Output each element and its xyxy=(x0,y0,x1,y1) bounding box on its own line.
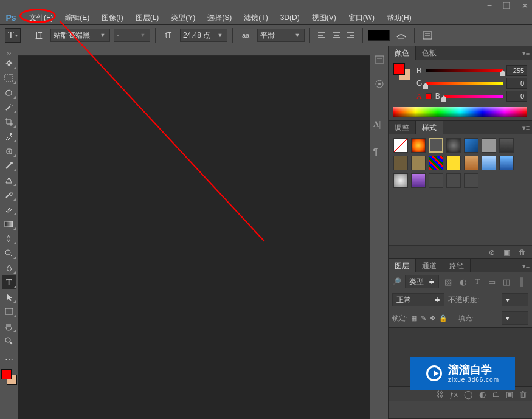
style-swatch[interactable] xyxy=(499,156,514,170)
panel-fgbg-swatch[interactable] xyxy=(393,63,410,80)
style-swatch[interactable] xyxy=(446,156,461,170)
new-layer-icon[interactable]: ▣ xyxy=(506,390,513,399)
tab-styles[interactable]: 样式 xyxy=(416,121,443,134)
eraser-tool[interactable] xyxy=(2,203,16,216)
b-value[interactable]: 0 xyxy=(506,91,527,102)
style-swatch[interactable] xyxy=(482,156,496,170)
spectrum-ramp[interactable] xyxy=(393,107,527,117)
menu-view[interactable]: 视图(V) xyxy=(306,12,342,24)
style-swatch[interactable] xyxy=(411,173,426,188)
gradient-tool[interactable] xyxy=(2,217,16,230)
fill-dropdown[interactable]: ▾ xyxy=(502,311,528,325)
delete-style-icon[interactable]: 🗑 xyxy=(519,248,526,257)
window-minimize-button[interactable]: − xyxy=(487,1,492,10)
clone-stamp-tool[interactable] xyxy=(2,173,16,187)
blur-tool[interactable] xyxy=(2,232,16,245)
menu-select[interactable]: 选择(S) xyxy=(201,12,238,24)
healing-brush-tool[interactable] xyxy=(2,144,16,158)
lock-pixels-icon[interactable]: ▦ xyxy=(411,314,417,322)
type-tool[interactable]: T xyxy=(2,275,16,289)
font-size-dropdown[interactable]: 24.48 点▼ xyxy=(180,29,227,42)
style-swatch[interactable] xyxy=(429,156,443,170)
warp-text-button[interactable] xyxy=(393,28,409,43)
eyedropper-tool[interactable] xyxy=(2,130,16,143)
move-tool[interactable]: ✥ xyxy=(2,57,16,70)
new-group-icon[interactable]: 🗀 xyxy=(492,390,500,399)
properties-panel-icon[interactable] xyxy=(373,78,385,90)
crop-tool[interactable] xyxy=(2,115,16,128)
zoom-tool[interactable] xyxy=(2,334,16,347)
layer-fx-icon[interactable]: ƒx xyxy=(449,390,458,399)
text-orientation-toggle[interactable]: IT xyxy=(31,28,47,43)
menu-type[interactable]: 类型(Y) xyxy=(165,12,201,24)
history-panel-icon[interactable] xyxy=(373,54,385,66)
type-tool-preset[interactable]: T▾ xyxy=(5,28,21,43)
filter-adjust-icon[interactable]: ◐ xyxy=(457,276,468,287)
font-family-dropdown[interactable]: 站酷高端黑▼ xyxy=(50,29,110,42)
r-value[interactable]: 255 xyxy=(506,65,527,76)
layer-mask-icon[interactable]: ◯ xyxy=(464,390,473,399)
style-swatch[interactable] xyxy=(393,156,408,170)
r-slider[interactable] xyxy=(426,68,503,74)
panel-menu-icon[interactable]: ▾≡ xyxy=(520,259,532,272)
blend-mode-dropdown[interactable]: 正常≑ xyxy=(392,293,444,306)
window-close-button[interactable]: ✕ xyxy=(522,1,528,10)
style-swatch[interactable] xyxy=(429,138,443,153)
filter-shape-icon[interactable]: ▭ xyxy=(486,276,497,287)
new-style-icon[interactable]: ▣ xyxy=(503,248,510,257)
align-right-button[interactable] xyxy=(344,29,358,42)
b-slider[interactable] xyxy=(444,94,503,99)
pen-tool[interactable] xyxy=(2,261,16,274)
style-swatch[interactable] xyxy=(446,138,461,153)
opacity-dropdown[interactable]: ▾ xyxy=(502,293,528,306)
text-color-swatch[interactable] xyxy=(368,30,390,41)
path-selection-tool[interactable] xyxy=(2,290,16,303)
character-panel-button[interactable] xyxy=(420,28,435,43)
tab-color[interactable]: 颜色 xyxy=(389,46,416,60)
g-slider[interactable] xyxy=(426,81,503,86)
shape-tool[interactable] xyxy=(2,305,16,318)
align-center-button[interactable] xyxy=(330,29,343,42)
align-left-button[interactable] xyxy=(315,29,328,42)
window-restore-button[interactable]: ❐ xyxy=(503,1,511,10)
style-swatch[interactable] xyxy=(393,173,408,188)
edit-toolbar-button[interactable]: ⋯ xyxy=(2,353,16,366)
filter-type-icon[interactable]: T xyxy=(472,276,483,287)
tab-channels[interactable]: 通道 xyxy=(416,259,443,272)
brush-tool[interactable] xyxy=(2,159,16,172)
menu-help[interactable]: 帮助(H) xyxy=(381,12,418,24)
g-value[interactable]: 0 xyxy=(506,78,527,89)
lock-transparency-icon[interactable]: ✎ xyxy=(421,314,426,322)
tab-swatch[interactable]: 色板 xyxy=(416,46,443,60)
no-style-icon[interactable]: ⊘ xyxy=(489,248,495,257)
history-brush-tool[interactable] xyxy=(2,188,16,201)
panel-menu-icon[interactable]: ▾≡ xyxy=(520,46,532,60)
filter-toggle-icon[interactable]: ▌ xyxy=(517,276,528,287)
filter-pixel-icon[interactable]: ▧ xyxy=(443,276,454,287)
menu-3d[interactable]: 3D(D) xyxy=(274,12,306,23)
tab-paths[interactable]: 路径 xyxy=(443,259,471,272)
menu-edit[interactable]: 编辑(E) xyxy=(59,12,95,24)
tab-layers[interactable]: 图层 xyxy=(389,259,416,272)
style-swatch[interactable] xyxy=(411,156,426,170)
menu-file[interactable]: 文件(F) xyxy=(23,12,59,24)
style-swatch[interactable] xyxy=(482,138,496,153)
style-none[interactable] xyxy=(393,138,408,153)
menu-filter[interactable]: 滤镜(T) xyxy=(238,12,274,24)
tab-adjust[interactable]: 调整 xyxy=(389,121,416,134)
style-swatch[interactable] xyxy=(464,138,478,153)
b-warn-swatch[interactable] xyxy=(426,93,432,99)
style-swatch[interactable] xyxy=(411,138,426,153)
hand-tool[interactable] xyxy=(2,319,16,333)
antialias-dropdown[interactable]: 平滑▼ xyxy=(257,29,305,42)
lasso-tool[interactable] xyxy=(2,86,16,99)
delete-layer-icon[interactable]: 🗑 xyxy=(519,390,527,399)
font-style-dropdown[interactable]: -▼ xyxy=(114,29,150,42)
style-empty[interactable] xyxy=(464,173,478,188)
menu-image[interactable]: 图像(I) xyxy=(95,12,129,24)
layer-filter-dropdown[interactable]: 类型≑ xyxy=(405,275,439,288)
dodge-tool[interactable] xyxy=(2,246,16,260)
style-empty[interactable] xyxy=(446,173,461,188)
filter-smart-icon[interactable]: ◫ xyxy=(501,276,512,287)
style-empty[interactable] xyxy=(429,173,443,188)
